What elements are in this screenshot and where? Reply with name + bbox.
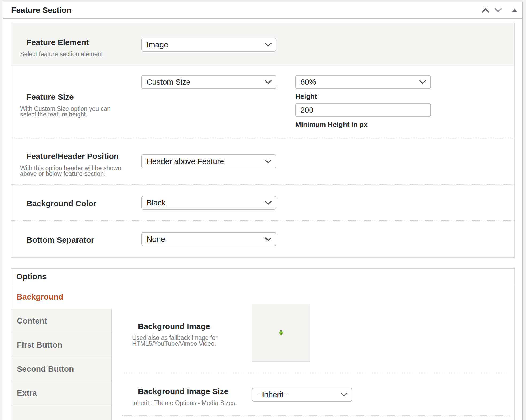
position-field-col: Header above Feature xyxy=(132,154,514,168)
feature-element-label: Feature Element xyxy=(26,38,132,47)
move-up-icon[interactable] xyxy=(482,8,489,13)
bottom-separator-label: Bottom Separator xyxy=(26,235,132,245)
chevron-down-icon xyxy=(265,43,272,47)
collapse-toggle-icon[interactable] xyxy=(512,8,517,12)
bottom-separator-row: Bottom Separator None xyxy=(11,220,514,257)
options-body: Background Content First Button Second B… xyxy=(11,285,514,420)
options-box: Options Background Content First Button … xyxy=(11,268,515,420)
feature-header-position-row: Feature/Header Position With this option… xyxy=(11,138,514,184)
background-color-select[interactable]: Black xyxy=(141,196,276,210)
feature-height-group: 60% Height 200 Minimum Height in px xyxy=(295,75,431,129)
background-color-field-col: Black xyxy=(132,196,514,210)
tab-partial xyxy=(11,405,111,420)
options-nav: Background Content First Button Second B… xyxy=(11,285,112,420)
position-select[interactable]: Header above Feature xyxy=(141,154,276,168)
feature-section-panel: Feature Section Feature Element Select f… xyxy=(3,2,523,420)
feature-size-select[interactable]: Custom Size xyxy=(141,75,276,89)
add-image-icon xyxy=(279,330,283,335)
move-down-icon[interactable] xyxy=(494,8,502,13)
position-label: Feature/Header Position xyxy=(26,152,132,161)
background-color-label: Background Color xyxy=(26,199,132,208)
background-color-title-col: Background Color xyxy=(11,197,132,208)
tab-background[interactable]: Background xyxy=(11,285,112,309)
feature-element-desc: Select feature section element xyxy=(20,51,132,57)
background-image-desc: Used also as fallback image forHTML5/You… xyxy=(132,335,252,347)
background-color-row: Background Color Black xyxy=(11,184,514,220)
tab-first-button[interactable]: First Button xyxy=(11,333,111,357)
panel-header: Feature Section xyxy=(3,2,522,19)
background-image-title-col: Background Image Used also as fallback i… xyxy=(112,322,252,347)
tab-content[interactable]: Content xyxy=(11,309,111,333)
feature-size-row: Feature Size With Custom Size option you… xyxy=(11,66,514,138)
background-image-size-desc: Inherit : Theme Options - Media Sizes. xyxy=(132,400,252,406)
feature-height-percent-select[interactable]: 60% xyxy=(295,75,431,89)
background-image-row: Background Image Used also as fallback i… xyxy=(112,285,514,373)
min-height-label: Minimum Height in px xyxy=(295,120,431,129)
feature-section-page: Feature Section Feature Element Select f… xyxy=(0,0,526,420)
panel-body: Feature Element Select feature section e… xyxy=(3,19,522,420)
header-icons xyxy=(482,8,517,13)
height-label: Height xyxy=(295,92,431,101)
feature-element-row: Feature Element Select feature section e… xyxy=(11,23,514,66)
bottom-separator-select[interactable]: None xyxy=(141,232,276,246)
feature-element-select[interactable]: Image xyxy=(141,38,276,52)
chevron-down-icon xyxy=(265,80,272,84)
feature-size-title-col: Feature Size With Custom Size option you… xyxy=(11,87,132,117)
background-image-size-row: Background Image Size Inherit : Theme Op… xyxy=(112,373,514,416)
panel-title: Feature Section xyxy=(11,6,71,15)
background-image-size-label: Background Image Size xyxy=(138,387,252,396)
chevron-down-icon xyxy=(341,393,347,397)
feature-size-field-col: Custom Size 60% Height 200 Minimum Heigh… xyxy=(132,75,514,129)
options-header: Options xyxy=(11,269,514,285)
chevron-down-icon xyxy=(419,80,426,84)
tab-extra[interactable]: Extra xyxy=(11,381,111,405)
feature-element-field-col: Image xyxy=(132,38,514,52)
feature-size-desc: With Custom Size option you canselect th… xyxy=(20,106,132,117)
background-image-label: Background Image xyxy=(138,322,252,331)
bottom-separator-title-col: Bottom Separator xyxy=(11,233,132,245)
settings-form: Feature Element Select feature section e… xyxy=(11,23,515,258)
bottom-separator-field-col: None xyxy=(132,232,514,246)
chevron-down-icon xyxy=(265,160,272,164)
background-image-upload[interactable] xyxy=(252,304,310,362)
options-tab-list: Content First Button Second Button Extra xyxy=(11,309,112,420)
tab-second-button[interactable]: Second Button xyxy=(11,357,111,381)
chevron-down-icon xyxy=(265,201,272,205)
min-height-input[interactable]: 200 xyxy=(295,103,431,117)
position-desc: With this option header will be shownabo… xyxy=(20,165,132,177)
position-title-col: Feature/Header Position With this option… xyxy=(11,146,132,177)
feature-size-label: Feature Size xyxy=(26,92,132,102)
options-content: Background Image Used also as fallback i… xyxy=(112,285,514,420)
background-image-size-title-col: Background Image Size Inherit : Theme Op… xyxy=(112,387,252,406)
background-image-size-select[interactable]: --Inherit-- xyxy=(252,388,352,402)
chevron-down-icon xyxy=(265,237,272,241)
feature-element-title-col: Feature Element Select feature section e… xyxy=(11,32,132,57)
